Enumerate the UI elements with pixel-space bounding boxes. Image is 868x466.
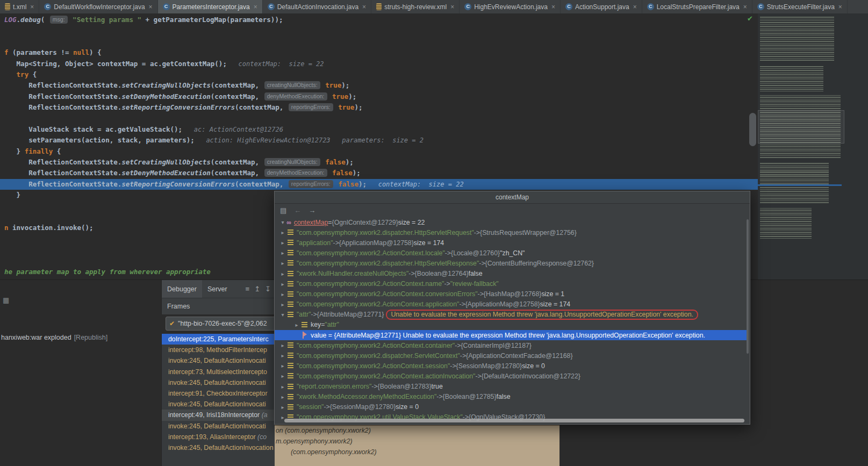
tree-row[interactable]: ▸"report.conversion.errors" -> {Boolean@…: [275, 382, 747, 392]
tree-row[interactable]: ▸"com.opensymphony.xwork2.ActionContext.…: [275, 289, 747, 299]
editor-tab[interactable]: struts-high-review.xml×: [371, 0, 460, 13]
tree-row[interactable]: ▸"xwork.NullHandler.createNullObjects" -…: [275, 268, 747, 278]
services-grid-icon[interactable]: ▦: [3, 296, 9, 304]
chevron-down-icon[interactable]: ▾: [279, 312, 286, 318]
close-icon[interactable]: ×: [551, 3, 555, 11]
editor-tab[interactable]: CStrutsExecuteFilter.java×: [752, 0, 848, 13]
code-minimap[interactable]: [758, 13, 868, 279]
editor-tab[interactable]: CDefaultActionInvocation.java×: [263, 0, 371, 13]
stack-frame[interactable]: doIntercept:225, ParametersInterc: [162, 334, 275, 345]
stack-frame[interactable]: invoke:245, DefaultActionInvocati: [162, 355, 275, 366]
stack-frame[interactable]: intercept:73, MultiselectIntercepto: [162, 367, 275, 377]
code-line[interactable]: setParameters(action, stack, parameters)…: [0, 135, 868, 146]
close-icon[interactable]: ×: [743, 3, 747, 11]
chevron-down-icon[interactable]: ▾: [279, 219, 286, 225]
chevron-right-icon[interactable]: ▸: [279, 404, 286, 410]
code-line[interactable]: ReflectionContextState.setCreatingNullOb…: [0, 80, 868, 91]
forward-icon[interactable]: →: [309, 206, 315, 214]
editor-tab[interactable]: t.xml×: [0, 0, 39, 13]
stack-frame[interactable]: intercept:193, AliasInterceptor (co: [162, 432, 275, 442]
chevron-right-icon[interactable]: ▸: [279, 394, 286, 400]
tab-debugger[interactable]: Debugger: [162, 280, 202, 298]
editor-tab[interactable]: CActionSupport.java×: [561, 0, 642, 13]
tree-row[interactable]: ▸"session" -> {SessionMap@12780} size = …: [275, 402, 747, 412]
stack-frame[interactable]: invoke:245, DefaultActionInvocation (com…: [162, 442, 275, 453]
restore-layout-icon[interactable]: ↥: [254, 285, 260, 293]
close-icon[interactable]: ×: [30, 3, 34, 11]
chevron-right-icon[interactable]: ▸: [279, 281, 286, 287]
code-line[interactable]: [0, 25, 868, 36]
tab-server[interactable]: Server: [202, 280, 233, 298]
stack-frame[interactable]: invoke:245, DefaultActionInvocati: [162, 377, 275, 388]
stack-frame[interactable]: invoke:245, DefaultActionInvocati: [162, 421, 275, 432]
editor-tab[interactable]: CLocalStrutsPrepareFilter.java×: [642, 0, 752, 13]
stack-frame[interactable]: intercept:91, CheckboxInterceptor: [162, 388, 275, 399]
tree-row[interactable]: ▸"com.opensymphony.xwork2.dispatcher.Htt…: [275, 258, 747, 268]
tree-row[interactable]: ▸"com.opensymphony.xwork2.ActionContext.…: [275, 371, 747, 381]
close-icon[interactable]: ×: [838, 3, 842, 11]
tree-row[interactable]: value = {AttributeMap@12771} Unable to e…: [275, 330, 747, 340]
code-line[interactable]: [0, 113, 868, 124]
tree-row[interactable]: ▸"com.opensymphony.xwork2.ActionContext.…: [275, 248, 747, 258]
back-icon[interactable]: ←: [294, 206, 301, 214]
chevron-right-icon[interactable]: ▸: [279, 384, 286, 390]
chevron-right-icon[interactable]: ▸: [279, 260, 286, 266]
chevron-right-icon[interactable]: ▸: [279, 302, 286, 307]
layout-menu-icon[interactable]: ≡: [246, 285, 250, 293]
editor-tab[interactable]: CParametersInterceptor.java×: [158, 0, 263, 13]
editor-tab[interactable]: CHighEvReviewAction.java×: [460, 0, 561, 13]
minimap-viewport[interactable]: [758, 110, 844, 144]
stack-frame[interactable]: invoke:245, DefaultActionInvocati: [162, 399, 275, 410]
tree-row[interactable]: ▸"com.opensymphony.xwork2.ActionContext.…: [275, 361, 747, 371]
tree-row[interactable]: ▾∞contextMap = {OgnlContext@12729} size …: [275, 217, 747, 227]
code-line[interactable]: ReflectionContextState.setReportingConve…: [0, 102, 868, 113]
tree-row[interactable]: ▸"com.opensymphony.xwork2.dispatcher.Htt…: [275, 227, 747, 238]
code-line[interactable]: ReflectionContextState.setDenyMethodExec…: [0, 91, 868, 102]
close-icon[interactable]: ×: [254, 3, 257, 11]
chevron-right-icon[interactable]: ▸: [279, 363, 286, 369]
code-line[interactable]: LOG.debug( msg: "Setting params " + getP…: [0, 15, 868, 25]
code-line[interactable]: ValueStack stack = ac.getValueStack(); a…: [0, 124, 868, 135]
chevron-right-icon[interactable]: ▸: [279, 271, 286, 277]
deployment-artifact[interactable]: hanxiweb:war exploded[Republish]: [1, 334, 107, 341]
close-icon[interactable]: ×: [633, 3, 637, 11]
chevron-right-icon[interactable]: ▸: [279, 373, 286, 379]
tree-row[interactable]: ▾"attr" -> {AttributeMap@12771}Unable to…: [275, 310, 747, 320]
tree-row[interactable]: ▸"xwork.MethodAccessor.denyMethodExecuti…: [275, 392, 747, 402]
chevron-right-icon[interactable]: ▸: [293, 322, 300, 328]
tab-bar: t.xml×CDefaultWorkflowInterceptor.java×C…: [0, 0, 868, 14]
chevron-right-icon[interactable]: ▸: [279, 250, 286, 256]
code-line[interactable]: ReflectionContextState.setReportingConve…: [0, 179, 868, 190]
chevron-right-icon[interactable]: ▸: [279, 291, 286, 297]
close-icon[interactable]: ×: [362, 3, 366, 11]
tree-row[interactable]: ▸key = "attr": [275, 320, 747, 330]
code-line[interactable]: ReflectionContextState.setDenyMethodExec…: [0, 168, 868, 178]
tree-row[interactable]: ▸"com.opensymphony.xwork2.ActionContext.…: [275, 279, 747, 289]
code-line[interactable]: [0, 37, 868, 47]
code-line[interactable]: f (parameters != null) {: [0, 47, 868, 58]
debug-toolbar: Debugger Server ≡ ↥ ↧: [161, 280, 275, 298]
tree-row[interactable]: ▸"application" -> {ApplicationMap@12758}…: [275, 238, 747, 248]
close-icon[interactable]: ×: [450, 3, 454, 11]
stack-frame[interactable]: intercept:49, IrisI18nInterceptor (a: [162, 410, 275, 420]
chevron-right-icon[interactable]: ▸: [279, 342, 286, 348]
tree-row[interactable]: ▸"com.opensymphony.xwork2.ActionContext.…: [275, 299, 747, 310]
close-icon[interactable]: ×: [149, 3, 153, 11]
popup-hscrollbar[interactable]: [284, 419, 744, 422]
code-line[interactable]: Map<String, Object> contextMap = ac.getC…: [0, 59, 868, 69]
chevron-right-icon[interactable]: ▸: [279, 240, 286, 246]
editor-tab[interactable]: CDefaultWorkflowInterceptor.java×: [39, 0, 157, 13]
popup-vscrollbar[interactable]: [747, 219, 749, 354]
editor-scrollbar[interactable]: [749, 113, 756, 146]
code-line[interactable]: ReflectionContextState.setCreatingNullOb…: [0, 157, 868, 168]
chevron-right-icon[interactable]: ▸: [279, 230, 286, 235]
open-in-variables-icon[interactable]: ▤: [280, 206, 286, 214]
chevron-right-icon[interactable]: ▸: [279, 353, 286, 359]
tree-row[interactable]: ▸"com.opensymphony.xwork2.ActionContext.…: [275, 340, 747, 350]
code-line[interactable]: } finally {: [0, 146, 868, 157]
code-line[interactable]: try {: [0, 69, 868, 80]
tree-row[interactable]: ▸"com.opensymphony.xwork2.dispatcher.Ser…: [275, 350, 747, 361]
thread-selector[interactable]: ✔ "http-bio-7026-exec-5"@2,062: [166, 317, 279, 331]
pin-icon[interactable]: ↧: [265, 285, 271, 293]
stack-frame[interactable]: intercept:98, MethodFilterIntercep: [162, 345, 275, 355]
